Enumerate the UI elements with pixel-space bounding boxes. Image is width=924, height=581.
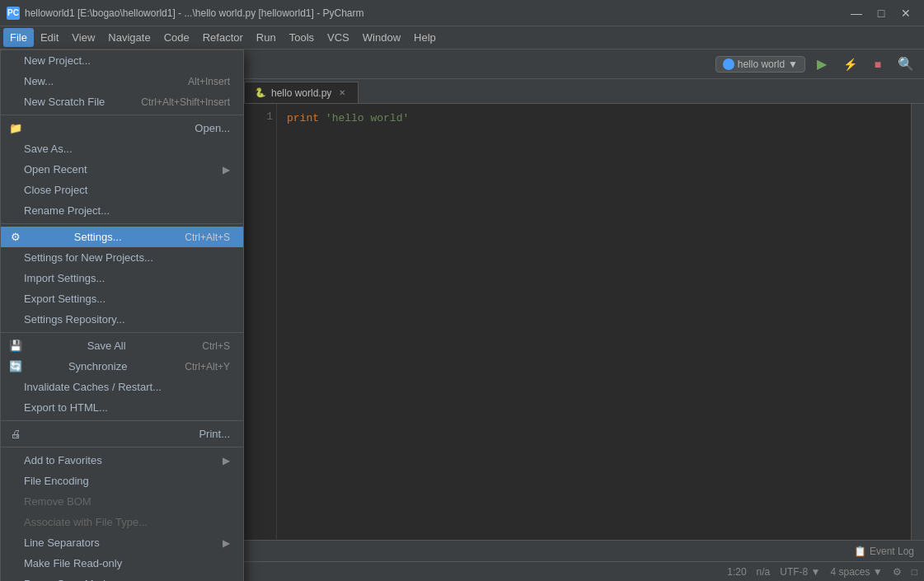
menu-item-label: Save All	[87, 340, 126, 352]
menu-bar: File Edit View Navigate Code Refactor Ru…	[0, 26, 924, 49]
menu-item-synchronize[interactable]: 🔄 Synchronize Ctrl+Alt+Y	[1, 356, 243, 377]
run-config-name: hello world	[738, 59, 785, 70]
menu-item-label: Import Settings...	[24, 272, 105, 284]
menu-item-new-scratch-file[interactable]: New Scratch File Ctrl+Alt+Shift+Insert	[1, 91, 243, 112]
debug-button[interactable]: ⚡	[838, 54, 861, 75]
menu-item-label: Synchronize	[68, 360, 128, 372]
menu-item-save-as[interactable]: Save As...	[1, 138, 243, 159]
menu-file[interactable]: File	[3, 28, 34, 47]
separator-1	[1, 115, 243, 115]
menu-item-export-html[interactable]: Export to HTML...	[1, 397, 243, 418]
menu-edit[interactable]: Edit	[34, 28, 65, 47]
menu-item-label: Print...	[199, 428, 230, 440]
menu-tools[interactable]: Tools	[283, 28, 321, 47]
menu-item-associate-file-type: Associate with File Type...	[1, 512, 243, 532]
menu-vcs[interactable]: VCS	[321, 28, 356, 47]
menu-item-save-all[interactable]: 💾 Save All Ctrl+S	[1, 335, 243, 356]
menu-item-shortcut: Alt+Insert	[188, 76, 230, 87]
close-button[interactable]: ✕	[894, 3, 917, 23]
search-everywhere-button[interactable]: 🔍	[894, 54, 917, 75]
menu-item-label: Remove BOM	[24, 495, 91, 508]
editor-content: 1 print 'hello world'	[244, 104, 924, 540]
menu-item-open[interactable]: 📁 Open...	[1, 118, 243, 138]
editor-area: 🐍 hello world.py ✕ 1 print 'hello world'	[244, 79, 924, 540]
menu-item-invalidate-caches[interactable]: Invalidate Caches / Restart...	[1, 377, 243, 397]
menu-item-rename-project[interactable]: Rename Project...	[1, 200, 243, 221]
menu-item-import-settings[interactable]: Import Settings...	[1, 268, 243, 288]
separator-5	[1, 447, 243, 447]
menu-item-export-settings[interactable]: Export Settings...	[1, 288, 243, 309]
menu-item-power-save-mode[interactable]: Power Save Mode	[1, 574, 243, 581]
file-menu-dropdown: New Project... New... Alt+Insert New Scr…	[0, 49, 244, 581]
menu-item-label: Export Settings...	[24, 293, 106, 305]
menu-item-file-encoding[interactable]: File Encoding	[1, 471, 243, 491]
minimize-button[interactable]: —	[845, 3, 868, 23]
menu-item-make-read-only[interactable]: Make File Read-only	[1, 553, 243, 574]
menu-refactor[interactable]: Refactor	[196, 28, 250, 47]
title-bar-left: PC helloworld1 [E:\bogao\helloworld1] - …	[7, 7, 364, 20]
menu-item-shortcut: Ctrl+S	[202, 340, 230, 352]
vcs-icon: ⚙	[893, 566, 902, 578]
submenu-arrow-icon: ▶	[223, 164, 230, 176]
cursor-position: 1:20	[727, 566, 746, 578]
menu-item-label: Settings...	[74, 231, 122, 243]
save-all-icon: 💾	[7, 340, 24, 352]
notifications-icon: □	[912, 566, 917, 578]
code-line-1: print 'hello world'	[287, 110, 901, 128]
submenu-arrow-icon: ▶	[223, 537, 230, 549]
menu-item-close-project[interactable]: Close Project	[1, 180, 243, 200]
menu-item-label: New Project...	[24, 54, 91, 67]
menu-code[interactable]: Code	[157, 28, 196, 47]
menu-item-open-recent[interactable]: Open Recent ▶	[1, 159, 243, 180]
menu-item-settings-new-projects[interactable]: Settings for New Projects...	[1, 247, 243, 268]
menu-item-shortcut: Ctrl+Alt+Y	[185, 361, 230, 372]
menu-item-settings-repository[interactable]: Settings Repository...	[1, 309, 243, 330]
tab-close-button[interactable]: ✕	[336, 87, 348, 98]
menu-item-settings[interactable]: ⚙ Settings... Ctrl+Alt+S	[1, 227, 243, 247]
tab-label: hello world.py	[271, 87, 331, 99]
menu-item-label: Rename Project...	[24, 204, 110, 217]
menu-item-new-project[interactable]: New Project...	[1, 50, 243, 71]
run-button[interactable]: ▶	[810, 54, 833, 75]
separator-3	[1, 332, 243, 333]
main-area: 🐍 hello world.py ✕ 1 print 'hello world'	[244, 79, 924, 540]
line-ending: n/a	[757, 566, 771, 578]
open-folder-icon: 📁	[7, 122, 24, 134]
stop-button[interactable]: ■	[866, 54, 889, 75]
menu-item-new[interactable]: New... Alt+Insert	[1, 71, 243, 91]
menu-item-shortcut: Ctrl+Alt+S	[185, 232, 230, 243]
tab-hello-world-py[interactable]: 🐍 hello world.py ✕	[244, 82, 359, 103]
sync-icon: 🔄	[7, 360, 24, 372]
menu-run[interactable]: Run	[250, 28, 283, 47]
maximize-button[interactable]: □	[870, 3, 893, 23]
menu-window[interactable]: Window	[356, 28, 407, 47]
menu-item-label: New...	[24, 75, 54, 87]
code-area[interactable]: print 'hello world'	[277, 104, 911, 540]
menu-item-print[interactable]: 🖨 Print...	[1, 424, 243, 444]
menu-item-label: Close Project	[24, 184, 87, 196]
tab-bar: 🐍 hello world.py ✕	[244, 79, 924, 104]
menu-item-line-separators[interactable]: Line Separators ▶	[1, 532, 243, 553]
side-panel-right	[911, 104, 924, 540]
menu-item-label: Open Recent	[24, 163, 87, 176]
menu-item-label: Save As...	[24, 143, 73, 155]
menu-help[interactable]: Help	[407, 28, 443, 47]
indent-label: 4 spaces ▼	[831, 566, 883, 578]
menu-item-label: Export to HTML...	[24, 401, 108, 414]
submenu-arrow-icon: ▶	[223, 455, 230, 466]
event-log-label: Event Log	[870, 546, 914, 557]
menu-item-shortcut: Ctrl+Alt+Shift+Insert	[141, 96, 230, 108]
menu-item-remove-bom: Remove BOM	[1, 491, 243, 512]
menu-view[interactable]: View	[65, 28, 101, 47]
event-log-icon: 📋	[854, 546, 866, 557]
run-configuration[interactable]: hello world ▼	[715, 56, 805, 73]
menu-item-add-to-favorites[interactable]: Add to Favorites ▶	[1, 450, 243, 471]
menu-navigate[interactable]: Navigate	[101, 28, 157, 47]
line-number: 1	[247, 110, 273, 123]
menu-item-label: Open...	[195, 122, 230, 134]
menu-item-label: Make File Read-only	[24, 557, 122, 569]
menu-item-label: Add to Favorites	[24, 454, 102, 466]
separator-2	[1, 223, 243, 224]
event-log-button[interactable]: 📋 Event Log	[851, 544, 917, 559]
menu-item-label: New Scratch File	[24, 96, 105, 108]
